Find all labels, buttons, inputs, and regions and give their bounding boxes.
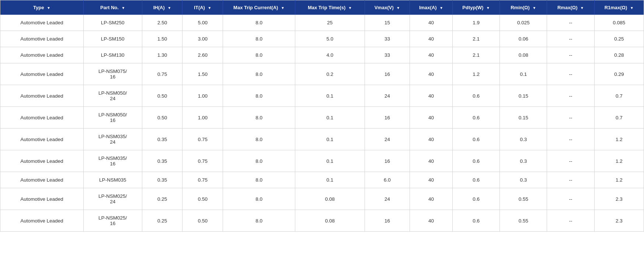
cell-r1max: 0.7 <box>594 107 644 129</box>
cell-rmin: 0.55 <box>500 210 547 232</box>
column-header-pdtyp[interactable]: Pdtyp(W) ▼ <box>453 0 500 15</box>
sort-icon: ▼ <box>486 6 490 10</box>
sort-icon: ▼ <box>348 6 352 10</box>
cell-imax: 40 <box>410 210 453 232</box>
column-header-rmax[interactable]: Rmax(Ω) ▼ <box>547 0 594 15</box>
cell-imax: 40 <box>410 85 453 107</box>
column-header-maxTripCurrent[interactable]: Max Trip Current(A) ▼ <box>223 0 295 15</box>
cell-vmax: 16 <box>365 107 410 129</box>
cell-type: Automotive Leaded <box>0 210 84 232</box>
cell-imax: 40 <box>410 63 453 85</box>
column-header-r1max[interactable]: R1max(Ω) ▼ <box>594 0 644 15</box>
data-table: Type ▼Part No. ▼IH(A) ▼IT(A) ▼Max Trip C… <box>0 0 644 232</box>
cell-rmin: 0.15 <box>500 85 547 107</box>
cell-imax: 40 <box>410 31 453 47</box>
cell-ih: 0.25 <box>142 188 182 210</box>
cell-it: 1.00 <box>182 107 223 129</box>
cell-r1max: 0.29 <box>594 63 644 85</box>
column-header-vmax[interactable]: Vmax(V) ▼ <box>365 0 410 15</box>
cell-pdtyp: 0.6 <box>453 85 500 107</box>
cell-maxTripCurrent: 8.0 <box>223 150 295 172</box>
column-header-maxTripTime[interactable]: Max Trip Time(s) ▼ <box>295 0 365 15</box>
data-table-container: Type ▼Part No. ▼IH(A) ▼IT(A) ▼Max Trip C… <box>0 0 644 232</box>
cell-pdtyp: 2.1 <box>453 47 500 63</box>
cell-it: 5.00 <box>182 15 223 31</box>
cell-pdtyp: 0.6 <box>453 129 500 150</box>
cell-pdtyp: 0.6 <box>453 150 500 172</box>
cell-ih: 1.50 <box>142 31 182 47</box>
cell-it: 0.75 <box>182 129 223 150</box>
cell-partNo: LP-NSM050/16 <box>83 107 142 129</box>
sort-icon: ▼ <box>122 6 125 10</box>
cell-maxTripTime: 0.1 <box>295 129 365 150</box>
cell-type: Automotive Leaded <box>0 150 84 172</box>
cell-type: Automotive Leaded <box>0 47 84 63</box>
cell-it: 0.75 <box>182 150 223 172</box>
cell-imax: 40 <box>410 188 453 210</box>
column-header-it[interactable]: IT(A) ▼ <box>182 0 223 15</box>
cell-ih: 0.50 <box>142 107 182 129</box>
column-header-partNo[interactable]: Part No. ▼ <box>83 0 142 15</box>
cell-vmax: 33 <box>365 31 410 47</box>
cell-it: 0.75 <box>182 172 223 188</box>
cell-type: Automotive Leaded <box>0 15 84 31</box>
cell-partNo: LP-NSM035 <box>83 172 142 188</box>
sort-icon: ▼ <box>396 6 400 10</box>
cell-maxTripCurrent: 8.0 <box>223 172 295 188</box>
cell-r1max: 0.7 <box>594 85 644 107</box>
column-header-ih[interactable]: IH(A) ▼ <box>142 0 182 15</box>
cell-partNo: LP-NSM025/24 <box>83 188 142 210</box>
cell-imax: 40 <box>410 107 453 129</box>
cell-maxTripTime: 0.1 <box>295 107 365 129</box>
table-row: Automotive LeadedLP-NSM035/240.350.758.0… <box>0 129 644 150</box>
cell-type: Automotive Leaded <box>0 129 84 150</box>
cell-rmax: -- <box>547 150 594 172</box>
table-row: Automotive LeadedLP-NSM075/160.751.508.0… <box>0 63 644 85</box>
cell-ih: 0.75 <box>142 63 182 85</box>
cell-rmin: 0.55 <box>500 188 547 210</box>
cell-r1max: 0.085 <box>594 15 644 31</box>
column-header-type[interactable]: Type ▼ <box>0 0 84 15</box>
cell-type: Automotive Leaded <box>0 172 84 188</box>
cell-type: Automotive Leaded <box>0 188 84 210</box>
column-header-rmin[interactable]: Rmin(Ω) ▼ <box>500 0 547 15</box>
cell-rmin: 0.08 <box>500 47 547 63</box>
cell-r1max: 1.2 <box>594 150 644 172</box>
cell-pdtyp: 0.6 <box>453 210 500 232</box>
cell-ih: 1.30 <box>142 47 182 63</box>
cell-r1max: 1.2 <box>594 129 644 150</box>
cell-maxTripTime: 0.1 <box>295 150 365 172</box>
sort-icon: ▼ <box>532 6 536 10</box>
cell-partNo: LP-NSM035/24 <box>83 129 142 150</box>
cell-maxTripCurrent: 8.0 <box>223 129 295 150</box>
cell-maxTripCurrent: 8.0 <box>223 188 295 210</box>
cell-ih: 0.35 <box>142 150 182 172</box>
table-row: Automotive LeadedLP-SM2502.505.008.02515… <box>0 15 644 31</box>
cell-rmin: 0.1 <box>500 63 547 85</box>
cell-vmax: 24 <box>365 129 410 150</box>
sort-icon: ▼ <box>208 6 212 10</box>
cell-partNo: LP-NSM050/24 <box>83 85 142 107</box>
cell-rmax: -- <box>547 63 594 85</box>
cell-imax: 40 <box>410 150 453 172</box>
table-header-row: Type ▼Part No. ▼IH(A) ▼IT(A) ▼Max Trip C… <box>0 0 644 15</box>
table-row: Automotive LeadedLP-NSM025/160.250.508.0… <box>0 210 644 232</box>
cell-type: Automotive Leaded <box>0 63 84 85</box>
cell-vmax: 16 <box>365 63 410 85</box>
cell-pdtyp: 2.1 <box>453 31 500 47</box>
cell-vmax: 24 <box>365 85 410 107</box>
table-body: Automotive LeadedLP-SM2502.505.008.02515… <box>0 15 644 232</box>
cell-partNo: LP-NSM035/16 <box>83 150 142 172</box>
cell-rmax: -- <box>547 129 594 150</box>
cell-partNo: LP-NSM025/16 <box>83 210 142 232</box>
column-header-imax[interactable]: Imax(A) ▼ <box>410 0 453 15</box>
cell-it: 0.50 <box>182 210 223 232</box>
cell-ih: 0.25 <box>142 210 182 232</box>
cell-vmax: 15 <box>365 15 410 31</box>
cell-rmin: 0.3 <box>500 172 547 188</box>
cell-maxTripTime: 0.1 <box>295 172 365 188</box>
table-row: Automotive LeadedLP-NSM050/160.501.008.0… <box>0 107 644 129</box>
cell-vmax: 24 <box>365 188 410 210</box>
cell-rmax: -- <box>547 47 594 63</box>
sort-icon: ▼ <box>167 6 171 10</box>
